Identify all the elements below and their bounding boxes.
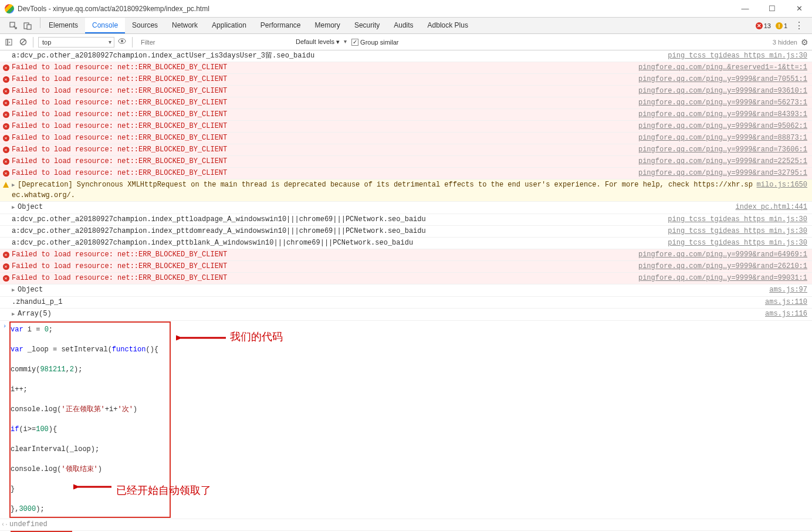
- warning-icon: [3, 182, 9, 188]
- log-message: Failed to load resource: net::ERR_BLOCKE…: [12, 86, 638, 96]
- log-message: ▶Object: [12, 285, 769, 296]
- console-row: ✕Failed to load resource: net::ERR_BLOCK…: [0, 109, 812, 121]
- expand-icon[interactable]: ▶: [12, 310, 18, 320]
- separator: [40, 18, 40, 28]
- source-link[interactable]: pingfore.qq.com/ping…y=9999&rand=88873:1: [638, 133, 810, 143]
- console-row: .zhandui_p_1ams.js:110: [0, 297, 812, 309]
- error-icon: ✕: [3, 65, 9, 71]
- log-message: Failed to load resource: net::ERR_BLOCKE…: [12, 250, 638, 260]
- error-icon: ✕: [3, 123, 9, 130]
- console-row: ✕Failed to load resource: net::ERR_BLOCK…: [0, 156, 812, 168]
- console-row: ▶[Deprecation] Synchronous XMLHttpReques…: [0, 179, 812, 202]
- log-message: ▶[Deprecation] Synchronous XMLHttpReques…: [12, 180, 757, 201]
- log-message: Failed to load resource: net::ERR_BLOCKE…: [12, 98, 638, 108]
- console-toolbar: top Default levels ▾ ✓ Group similar 3 h…: [0, 34, 812, 50]
- tab-memory[interactable]: Memory: [308, 18, 347, 33]
- source-link[interactable]: pingfore.qq.com/ping…y=9999&rand=99031:1: [638, 273, 810, 283]
- log-levels-dropdown[interactable]: Default levels ▾: [293, 37, 348, 47]
- expand-icon[interactable]: ▶: [12, 181, 18, 191]
- hidden-messages-info: 3 hidden ⚙: [773, 38, 808, 47]
- source-link[interactable]: pingfore.qq.com/ping…y=9999&rand=26210:1: [638, 262, 810, 272]
- console-row: ✕Failed to load resource: net::ERR_BLOCK…: [0, 249, 812, 261]
- warning-count-badge[interactable]: !1: [776, 22, 787, 29]
- log-message: a:dcv_pc.other_a20180927champion.index_p…: [12, 238, 668, 248]
- log-message: Failed to load resource: net::ERR_BLOCKE…: [12, 74, 638, 84]
- console-row: ▶Objectindex pc.html:441: [0, 202, 812, 214]
- error-icon: ✕: [756, 22, 763, 29]
- log-message: Failed to load resource: net::ERR_BLOCKE…: [12, 121, 638, 131]
- source-link[interactable]: pingfore.qq.com/ping…&reserved1=-1&tt=:1: [638, 63, 810, 73]
- console-row: ✕Failed to load resource: net::ERR_BLOCK…: [0, 121, 812, 133]
- group-similar-checkbox[interactable]: ✓ Group similar: [351, 39, 398, 46]
- log-message: Failed to load resource: net::ERR_BLOCKE…: [12, 110, 638, 120]
- maximize-button[interactable]: ☐: [764, 3, 780, 15]
- source-link[interactable]: ping tcss tgideas https min.js:30: [668, 226, 810, 236]
- console-row: ▶Objectams.js:97: [0, 284, 812, 297]
- error-icon: ✕: [3, 275, 9, 282]
- source-link[interactable]: pingfore.qq.com/ping…y=9999&rand=22525:1: [638, 157, 810, 167]
- live-expression-icon[interactable]: [118, 38, 127, 47]
- tab-application[interactable]: Application: [205, 18, 253, 33]
- log-message: ▶Object: [12, 202, 736, 213]
- source-link[interactable]: milo.js:1650: [757, 180, 810, 190]
- chrome-icon: [5, 4, 14, 13]
- source-link[interactable]: pingfore.qq.com/ping…y=9999&rand=70551:1: [638, 74, 810, 84]
- tab-console[interactable]: Console: [85, 18, 125, 33]
- expand-icon[interactable]: ▶: [12, 203, 18, 213]
- tab-sources[interactable]: Sources: [125, 18, 165, 33]
- minimize-button[interactable]: —: [737, 3, 753, 15]
- clear-console-icon[interactable]: [18, 37, 28, 48]
- log-message: ▶Array(5): [12, 309, 765, 320]
- close-button[interactable]: ✕: [791, 3, 807, 15]
- tabbar-left-icons: [2, 18, 39, 33]
- window-controls: — ☐ ✕: [737, 3, 807, 15]
- log-message: a:dcv_pc.other_a20180927champion.index_a…: [12, 51, 668, 61]
- log-message: Failed to load resource: net::ERR_BLOCKE…: [12, 168, 638, 178]
- show-console-sidebar-icon[interactable]: [4, 37, 14, 48]
- source-link[interactable]: ams.js:97: [769, 285, 810, 295]
- log-message: Failed to load resource: net::ERR_BLOCKE…: [12, 262, 638, 272]
- gear-icon[interactable]: ⚙: [801, 38, 808, 47]
- error-icon: ✕: [3, 100, 9, 106]
- tab-elements[interactable]: Elements: [42, 18, 85, 33]
- source-link[interactable]: pingfore.qq.com/ping…y=9999&rand=32795:1: [638, 168, 810, 178]
- source-link[interactable]: pingfore.qq.com/ping…y=9999&rand=73606:1: [638, 145, 810, 155]
- tab-network[interactable]: Network: [165, 18, 205, 33]
- titlebar: DevTools - xinyue.qq.com/act/a20180929ke…: [0, 0, 812, 18]
- expand-icon[interactable]: ▶: [12, 286, 18, 296]
- console-row: ✕Failed to load resource: net::ERR_BLOCK…: [0, 97, 812, 109]
- tabbar-right: ✕13 !1 ⋮: [756, 18, 812, 33]
- console-row: ✕Failed to load resource: net::ERR_BLOCK…: [0, 133, 812, 144]
- device-toggle-icon[interactable]: [22, 21, 33, 31]
- tab-security[interactable]: Security: [347, 18, 387, 33]
- source-link[interactable]: ams.js:116: [765, 309, 810, 319]
- log-message: Failed to load resource: net::ERR_BLOCKE…: [12, 63, 638, 73]
- error-count-badge[interactable]: ✕13: [756, 22, 771, 29]
- context-selector[interactable]: top: [38, 37, 114, 48]
- log-message: Failed to load resource: net::ERR_BLOCKE…: [12, 157, 638, 167]
- filter-input[interactable]: [137, 37, 290, 48]
- source-link[interactable]: ping tcss tgideas https min.js:30: [668, 215, 810, 225]
- warning-icon: !: [776, 22, 783, 29]
- source-link[interactable]: ping tcss tgideas https min.js:30: [668, 51, 810, 61]
- tab-audits[interactable]: Audits: [387, 18, 420, 33]
- window-title: DevTools - xinyue.qq.com/act/a20180929ke…: [18, 5, 209, 13]
- source-link[interactable]: ams.js:110: [765, 297, 810, 307]
- source-link[interactable]: index pc.html:441: [736, 202, 810, 212]
- inspect-icon[interactable]: [8, 21, 19, 31]
- source-link[interactable]: pingfore.qq.com/ping…y=9999&rand=84393:1: [638, 110, 810, 120]
- return-value-row: ‹· undefined: [0, 519, 812, 531]
- source-link[interactable]: pingfore.qq.com/ping…y=9999&rand=64969:1: [638, 250, 810, 260]
- source-link[interactable]: pingfore.qq.com/ping…y=9999&rand=95062:1: [638, 121, 810, 131]
- source-link[interactable]: pingfore.qq.com/ping…y=9999&rand=93610:1: [638, 86, 810, 96]
- console-row: a:dcv_pc.other_a20180927champion.index_p…: [0, 214, 812, 226]
- more-menu-icon[interactable]: ⋮: [792, 20, 806, 31]
- source-link[interactable]: pingfore.qq.com/ping…y=9999&rand=56273:1: [638, 98, 810, 108]
- tab-performance[interactable]: Performance: [253, 18, 308, 33]
- error-icon: ✕: [3, 158, 9, 165]
- tab-adblock-plus[interactable]: Adblock Plus: [421, 18, 475, 33]
- console-row: ✕Failed to load resource: net::ERR_BLOCK…: [0, 86, 812, 97]
- separator: [33, 37, 33, 48]
- console-messages[interactable]: a:dcv_pc.other_a20180927champion.index_a…: [0, 50, 812, 532]
- source-link[interactable]: ping tcss tgideas https min.js:30: [668, 238, 810, 248]
